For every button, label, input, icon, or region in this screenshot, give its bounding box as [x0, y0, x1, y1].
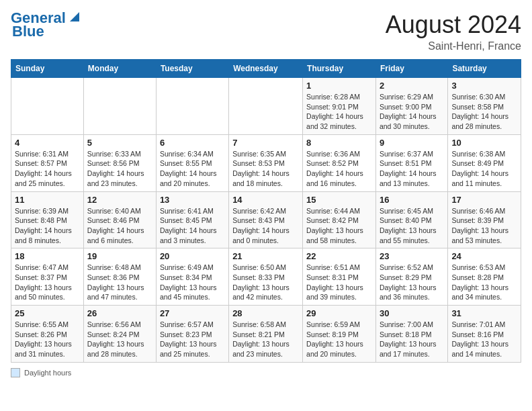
daylight-box	[11, 368, 20, 377]
day-detail: Sunrise: 6:51 AMSunset: 8:31 PMDaylight:…	[306, 263, 372, 302]
weekday-header-tuesday: Tuesday	[156, 60, 228, 78]
day-detail: Sunrise: 6:53 AMSunset: 8:28 PMDaylight:…	[451, 263, 517, 302]
day-number: 3	[451, 81, 517, 91]
day-detail: Sunrise: 6:31 AMSunset: 8:57 PMDaylight:…	[15, 149, 80, 189]
day-number: 25	[15, 308, 80, 318]
logo: General Blue	[11, 11, 81, 39]
day-detail: Sunrise: 6:38 AMSunset: 8:49 PMDaylight:…	[451, 149, 517, 189]
day-number: 27	[160, 308, 225, 318]
calendar-cell: 9Sunrise: 6:37 AMSunset: 8:51 PMDaylight…	[375, 134, 447, 191]
day-detail: Sunrise: 6:59 AMSunset: 8:19 PMDaylight:…	[306, 320, 372, 359]
day-number: 2	[380, 81, 444, 91]
day-number: 18	[15, 251, 80, 261]
calendar-cell: 30Sunrise: 7:00 AMSunset: 8:18 PMDayligh…	[375, 306, 447, 363]
calendar-week-2: 4Sunrise: 6:31 AMSunset: 8:57 PMDaylight…	[11, 134, 521, 191]
calendar-cell: 25Sunrise: 6:55 AMSunset: 8:26 PMDayligh…	[11, 306, 84, 363]
day-detail: Sunrise: 6:35 AMSunset: 8:53 PMDaylight:…	[232, 149, 299, 189]
day-number: 4	[15, 138, 80, 148]
day-number: 8	[306, 138, 372, 148]
calendar-cell: 10Sunrise: 6:38 AMSunset: 8:49 PMDayligh…	[448, 134, 521, 191]
day-detail: Sunrise: 6:45 AMSunset: 8:40 PMDaylight:…	[380, 206, 444, 246]
day-detail: Sunrise: 6:47 AMSunset: 8:37 PMDaylight:…	[15, 263, 80, 302]
day-number: 9	[380, 138, 444, 148]
day-detail: Sunrise: 6:55 AMSunset: 8:26 PMDaylight:…	[15, 320, 80, 359]
day-number: 24	[451, 251, 517, 261]
calendar-week-5: 25Sunrise: 6:55 AMSunset: 8:26 PMDayligh…	[11, 306, 521, 363]
month-year: August 2024	[386, 11, 521, 39]
calendar-cell: 15Sunrise: 6:44 AMSunset: 8:42 PMDayligh…	[303, 191, 376, 248]
calendar-cell: 19Sunrise: 6:48 AMSunset: 8:36 PMDayligh…	[83, 248, 156, 306]
calendar-cell: 12Sunrise: 6:40 AMSunset: 8:46 PMDayligh…	[83, 191, 156, 248]
calendar-cell: 31Sunrise: 7:01 AMSunset: 8:16 PMDayligh…	[448, 306, 521, 363]
calendar-cell	[229, 78, 303, 135]
calendar-cell: 23Sunrise: 6:52 AMSunset: 8:29 PMDayligh…	[375, 248, 447, 306]
day-number: 21	[232, 251, 299, 261]
calendar-cell: 17Sunrise: 6:46 AMSunset: 8:39 PMDayligh…	[448, 191, 521, 248]
day-detail: Sunrise: 6:48 AMSunset: 8:36 PMDaylight:…	[87, 263, 152, 302]
day-detail: Sunrise: 7:00 AMSunset: 8:18 PMDaylight:…	[380, 320, 444, 359]
calendar-cell: 26Sunrise: 6:56 AMSunset: 8:24 PMDayligh…	[83, 306, 156, 363]
day-number: 20	[160, 251, 225, 261]
calendar-cell: 29Sunrise: 6:59 AMSunset: 8:19 PMDayligh…	[303, 306, 376, 363]
calendar-cell: 14Sunrise: 6:42 AMSunset: 8:43 PMDayligh…	[229, 191, 303, 248]
day-number: 16	[380, 195, 444, 205]
svg-marker-0	[70, 12, 79, 21]
logo-icon	[69, 11, 81, 23]
day-number: 22	[306, 251, 372, 261]
day-detail: Sunrise: 6:57 AMSunset: 8:23 PMDaylight:…	[160, 320, 225, 359]
day-detail: Sunrise: 6:44 AMSunset: 8:42 PMDaylight:…	[306, 206, 372, 246]
day-detail: Sunrise: 6:46 AMSunset: 8:39 PMDaylight:…	[451, 206, 517, 246]
calendar-cell	[83, 78, 156, 135]
day-detail: Sunrise: 6:56 AMSunset: 8:24 PMDaylight:…	[87, 320, 152, 359]
calendar-cell: 11Sunrise: 6:39 AMSunset: 8:48 PMDayligh…	[11, 191, 84, 248]
calendar-cell: 20Sunrise: 6:49 AMSunset: 8:34 PMDayligh…	[156, 248, 228, 306]
weekday-header-sunday: Sunday	[11, 60, 84, 78]
day-number: 28	[232, 308, 299, 318]
day-detail: Sunrise: 6:34 AMSunset: 8:55 PMDaylight:…	[160, 149, 225, 189]
day-detail: Sunrise: 7:01 AMSunset: 8:16 PMDaylight:…	[451, 320, 517, 359]
day-detail: Sunrise: 6:40 AMSunset: 8:46 PMDaylight:…	[87, 206, 152, 246]
footer: Daylight hours	[11, 368, 521, 377]
day-number: 7	[232, 138, 299, 148]
weekday-header-monday: Monday	[83, 60, 156, 78]
day-number: 14	[232, 195, 299, 205]
day-detail: Sunrise: 6:42 AMSunset: 8:43 PMDaylight:…	[232, 206, 299, 246]
day-number: 19	[87, 251, 152, 261]
daylight-label: Daylight hours	[24, 369, 71, 377]
calendar-cell: 2Sunrise: 6:29 AMSunset: 9:00 PMDaylight…	[375, 78, 447, 135]
day-number: 31	[451, 308, 517, 318]
day-number: 15	[306, 195, 372, 205]
calendar-cell: 7Sunrise: 6:35 AMSunset: 8:53 PMDaylight…	[229, 134, 303, 191]
weekday-header-wednesday: Wednesday	[229, 60, 303, 78]
day-detail: Sunrise: 6:52 AMSunset: 8:29 PMDaylight:…	[380, 263, 444, 302]
day-number: 6	[160, 138, 225, 148]
day-detail: Sunrise: 6:33 AMSunset: 8:56 PMDaylight:…	[87, 149, 152, 189]
calendar-cell: 5Sunrise: 6:33 AMSunset: 8:56 PMDaylight…	[83, 134, 156, 191]
calendar-cell: 4Sunrise: 6:31 AMSunset: 8:57 PMDaylight…	[11, 134, 84, 191]
calendar-cell: 6Sunrise: 6:34 AMSunset: 8:55 PMDaylight…	[156, 134, 228, 191]
day-number: 23	[380, 251, 444, 261]
day-number: 29	[306, 308, 372, 318]
day-number: 30	[380, 308, 444, 318]
location: Saint-Henri, France	[386, 40, 521, 52]
day-detail: Sunrise: 6:29 AMSunset: 9:00 PMDaylight:…	[380, 92, 444, 132]
calendar-cell: 3Sunrise: 6:30 AMSunset: 8:58 PMDaylight…	[448, 78, 521, 135]
calendar-cell: 16Sunrise: 6:45 AMSunset: 8:40 PMDayligh…	[375, 191, 447, 248]
calendar-cell: 1Sunrise: 6:28 AMSunset: 9:01 PMDaylight…	[303, 78, 376, 135]
weekday-header-row: SundayMondayTuesdayWednesdayThursdayFrid…	[11, 60, 521, 78]
calendar-cell: 13Sunrise: 6:41 AMSunset: 8:45 PMDayligh…	[156, 191, 228, 248]
day-detail: Sunrise: 6:50 AMSunset: 8:33 PMDaylight:…	[232, 263, 299, 302]
day-detail: Sunrise: 6:36 AMSunset: 8:52 PMDaylight:…	[306, 149, 372, 189]
day-detail: Sunrise: 6:39 AMSunset: 8:48 PMDaylight:…	[15, 206, 80, 246]
day-number: 17	[451, 195, 517, 205]
title-block: August 2024 Saint-Henri, France	[386, 11, 521, 52]
weekday-header-friday: Friday	[375, 60, 447, 78]
logo-blue: Blue	[12, 23, 44, 40]
calendar-cell: 8Sunrise: 6:36 AMSunset: 8:52 PMDaylight…	[303, 134, 376, 191]
day-number: 11	[15, 195, 80, 205]
day-detail: Sunrise: 6:37 AMSunset: 8:51 PMDaylight:…	[380, 149, 444, 189]
calendar-cell: 21Sunrise: 6:50 AMSunset: 8:33 PMDayligh…	[229, 248, 303, 306]
calendar-cell	[156, 78, 228, 135]
calendar-cell: 18Sunrise: 6:47 AMSunset: 8:37 PMDayligh…	[11, 248, 84, 306]
calendar-cell	[11, 78, 84, 135]
